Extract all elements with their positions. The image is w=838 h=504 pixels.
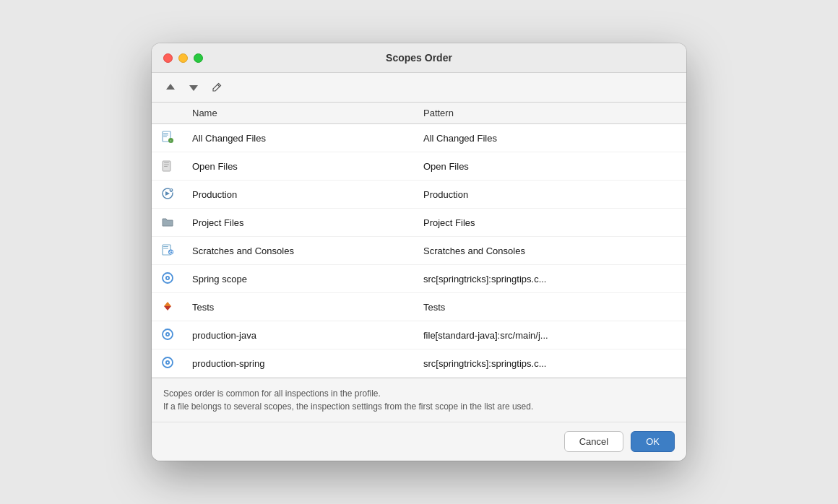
svg-point-23 [167, 277, 168, 279]
table-row[interactable]: production-springsrc[springtricks]:sprin… [152, 349, 686, 378]
table-row[interactable]: TestsTests [152, 293, 686, 321]
arrow-down-icon [189, 82, 199, 92]
cancel-button[interactable]: Cancel [564, 431, 623, 452]
title-bar: Scopes Order [152, 43, 686, 73]
move-up-button[interactable] [160, 79, 181, 96]
row-icon-cell [152, 293, 183, 321]
row-pattern: Project Files [415, 209, 686, 237]
button-row: Cancel OK [152, 422, 686, 461]
row-pattern: src[springtricks]:springtips.c... [415, 349, 686, 378]
traffic-lights [163, 53, 203, 63]
footer-text: Scopes order is common for all inspectio… [152, 378, 686, 422]
table-row[interactable]: ↑ All Changed FilesAll Changed Files [152, 124, 686, 152]
close-button[interactable] [163, 53, 173, 63]
spring-icon [160, 271, 175, 285]
row-pattern: All Changed Files [415, 124, 686, 152]
svg-point-28 [167, 334, 168, 335]
row-icon-cell [152, 321, 183, 349]
row-icon-cell [152, 181, 183, 209]
row-name: Open Files [183, 152, 415, 181]
maximize-button[interactable] [194, 53, 203, 63]
changed-files-icon: ↑ [160, 130, 175, 144]
row-name: production-spring [183, 349, 415, 378]
tests-icon [160, 299, 175, 313]
row-pattern: src[springtricks]:springtips.c... [415, 265, 686, 293]
row-name: Project Files [183, 209, 415, 237]
row-name: All Changed Files [183, 124, 415, 152]
row-name: Production [183, 181, 415, 209]
edit-icon [212, 82, 222, 92]
minimize-button[interactable] [178, 53, 188, 63]
svg-point-31 [167, 362, 168, 363]
table-row[interactable]: production-javafile[standard-java]:src/m… [152, 321, 686, 349]
table-row[interactable]: Spring scopesrc[springtricks]:springtips… [152, 265, 686, 293]
project-files-icon [160, 214, 175, 229]
toolbar [152, 73, 686, 103]
row-name: Spring scope [183, 265, 415, 293]
row-pattern: Tests [415, 293, 686, 321]
svg-marker-1 [189, 85, 198, 91]
table-header: Name Pattern [152, 103, 686, 124]
row-pattern: Open Files [415, 152, 686, 181]
open-files-icon [160, 158, 175, 173]
row-pattern: Production [415, 181, 686, 209]
scopes-order-dialog: Scopes Order Name Pa [152, 43, 686, 461]
row-pattern: file[standard-java]:src/main/j... [415, 321, 686, 349]
table-row[interactable]: ⏱ Scratches and ConsolesScratches and Co… [152, 237, 686, 265]
edit-button[interactable] [207, 79, 227, 96]
move-down-button[interactable] [183, 79, 204, 96]
table-row[interactable]: Project FilesProject Files [152, 209, 686, 237]
svg-rect-5 [163, 135, 168, 136]
svg-marker-24 [164, 302, 171, 306]
row-name: Scratches and Consoles [183, 237, 415, 265]
row-icon-cell [152, 349, 183, 378]
table-row[interactable]: Open FilesOpen Files [152, 152, 686, 181]
scopes-table: Name Pattern ↑ All Changed FilesAll Chan… [152, 103, 686, 378]
svg-rect-4 [163, 133, 168, 134]
svg-text:⏱: ⏱ [169, 250, 173, 255]
footer-line1: Scopes order is common for all inspectio… [163, 387, 675, 400]
svg-rect-12 [164, 166, 168, 167]
svg-line-2 [217, 84, 220, 87]
col-header-name: Name [183, 103, 415, 124]
production-icon [160, 186, 175, 201]
svg-rect-6 [163, 136, 167, 137]
svg-rect-10 [164, 162, 169, 163]
row-pattern: Scratches and Consoles [415, 237, 686, 265]
svg-marker-0 [166, 84, 175, 90]
row-icon-cell [152, 265, 183, 293]
dialog-title: Scopes Order [386, 52, 452, 64]
svg-rect-18 [163, 248, 168, 249]
table-row[interactable]: ProductionProduction [152, 181, 686, 209]
arrow-up-icon [165, 82, 176, 92]
row-name: Tests [183, 293, 415, 321]
row-icon-cell [152, 209, 183, 237]
svg-marker-25 [164, 306, 171, 310]
scratches-icon: ⏱ [160, 243, 175, 257]
svg-text:↑: ↑ [170, 139, 172, 143]
row-icon-cell: ⏱ [152, 237, 183, 265]
col-header-pattern: Pattern [415, 103, 686, 124]
row-name: production-java [183, 321, 415, 349]
footer-line2: If a file belongs to several scopes, the… [163, 400, 675, 413]
svg-rect-17 [163, 246, 168, 247]
ok-button[interactable]: OK [631, 431, 675, 452]
col-header-icon [152, 103, 183, 124]
circle-blue-icon [160, 355, 175, 370]
row-icon-cell: ↑ [152, 124, 183, 152]
svg-rect-11 [164, 165, 169, 165]
row-icon-cell [152, 152, 183, 181]
circle-blue-icon [160, 327, 175, 342]
svg-point-15 [170, 189, 172, 191]
